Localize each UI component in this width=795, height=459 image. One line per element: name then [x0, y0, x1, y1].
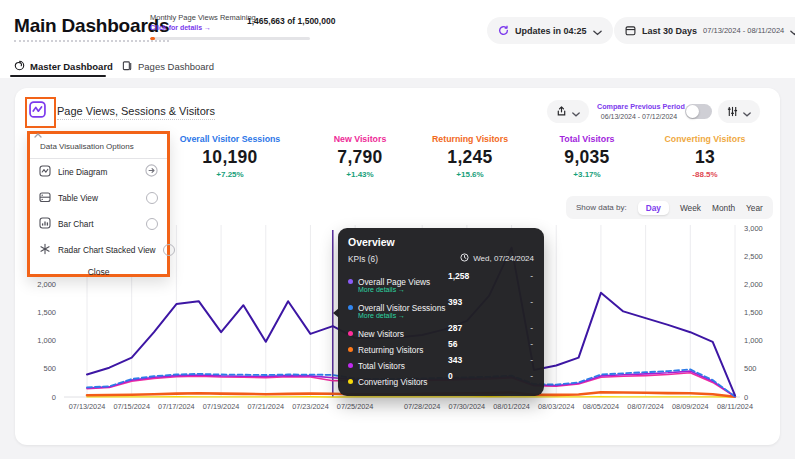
vis-options-close-button[interactable]: Close: [30, 267, 167, 277]
kpi-delta: +1.43%: [298, 170, 422, 179]
kpi-delta: -88.5%: [643, 170, 767, 179]
vis-options-title: Data Visualisation Options: [40, 142, 157, 151]
time-tab-day[interactable]: Day: [638, 201, 669, 215]
tooltip-kpi-name: New Visitors: [358, 329, 404, 339]
tooltip-row: Returning Visitors56-: [348, 339, 534, 352]
kpi-dot: [348, 379, 353, 384]
monthly-views-progress-fill: [150, 37, 155, 40]
kpi-new-visitors: New Visitors7,790+1.43%: [298, 134, 422, 179]
tooltip-row: Overall Visitor Sessions393-: [348, 297, 534, 310]
arrow-right-circle-icon[interactable]: [145, 163, 158, 181]
tab-pages-dashboard[interactable]: Pages Dashboard: [122, 57, 214, 75]
chevron-up-icon: [34, 124, 42, 142]
kpi-value: 10,190: [168, 147, 292, 168]
column-settings-button[interactable]: [718, 100, 760, 123]
y-axis-label-right: 2,500: [744, 252, 778, 261]
kpi-value: 1,245: [408, 147, 532, 168]
y-axis-label-right: 2,000: [744, 280, 778, 289]
chevron-down-icon: [790, 22, 795, 40]
tab-label: Pages Dashboard: [138, 61, 214, 72]
export-button[interactable]: [547, 100, 589, 123]
calendar-icon: [625, 22, 636, 40]
compare-range: 06/13/2024 - 07/12/2024: [597, 113, 681, 120]
y-axis-label-right: 3,000: [744, 224, 778, 233]
tooltip-kpi-compare-placeholder: -: [530, 297, 533, 307]
kpi-dot: [348, 363, 353, 368]
more-details-link[interactable]: More details →: [358, 286, 534, 293]
vis-option-label: Line Diagram: [58, 167, 138, 177]
kpi-overall-visitor-sessions: Overall Visitor Sessions10,190+7.25%: [168, 134, 292, 179]
kpi-value: 7,790: [298, 147, 422, 168]
kpi-label: Overall Visitor Sessions: [168, 134, 292, 144]
radar-chart-icon: [39, 241, 51, 259]
chevron-down-icon: [743, 103, 751, 121]
vis-option-line-diagram[interactable]: Line Diagram: [30, 159, 167, 185]
kpi-label: Converting Visitors: [643, 134, 767, 144]
kpi-tooltip: Overview KPIs (6) Wed, 07/24/2024 Overal…: [338, 228, 544, 396]
radio-button[interactable]: [146, 218, 158, 230]
y-axis-label-right: 0: [744, 393, 778, 402]
line-chart-icon: [29, 104, 46, 121]
date-range-label: Last 30 Days: [642, 26, 697, 36]
time-tab-month[interactable]: Month: [712, 203, 735, 213]
time-tab-year[interactable]: Year: [746, 203, 763, 213]
kpi-dot: [348, 347, 353, 352]
kpi-delta: +3.17%: [525, 170, 649, 179]
sliders-icon: [727, 103, 738, 121]
x-axis-label: 07/25/2024: [327, 402, 383, 411]
tooltip-row: Total Visitors343-: [348, 355, 534, 368]
kpi-dot: [348, 331, 353, 336]
vis-option-bar-chart[interactable]: Bar Chart: [30, 211, 167, 237]
tooltip-kpi-name: Converting Visitors: [358, 377, 427, 387]
tab-master-dashboard[interactable]: Master Dashboard: [14, 57, 113, 75]
tooltip-kpi-value: 1,258: [448, 271, 469, 281]
updates-button[interactable]: Updates in 04:25: [487, 17, 613, 44]
y-axis-label-right: 1,500: [744, 308, 778, 317]
tooltip-date-text: Wed, 07/24/2024: [473, 254, 534, 263]
compare-previous-period: Compare Previous Period 06/13/2024 - 07/…: [597, 102, 681, 120]
chart-type-button[interactable]: [29, 101, 49, 121]
kpi-total-visitors: Total Visitors9,035+3.17%: [525, 134, 649, 179]
y-axis-label-left: 2,000: [22, 280, 56, 289]
kpi-returning-visitors: Returning Visitors1,245+15.6%: [408, 134, 532, 179]
chevron-down-icon: [593, 22, 602, 40]
kpi-dot: [348, 279, 353, 284]
tab-label: Master Dashboard: [30, 61, 113, 72]
more-details-link[interactable]: More details →: [358, 312, 534, 319]
active-tab-underline: [10, 75, 106, 77]
vis-option-table-view[interactable]: Table View: [30, 185, 167, 211]
kpi-delta: +15.6%: [408, 170, 532, 179]
radio-button[interactable]: [163, 244, 175, 256]
kpi-value: 13: [643, 147, 767, 168]
compare-toggle[interactable]: [685, 104, 712, 119]
kpi-label: New Visitors: [298, 134, 422, 144]
tooltip-kpi-name: Total Visitors: [358, 361, 405, 371]
card-title: Page Views, Sessions & Visitors: [57, 105, 215, 120]
y-axis-label-right: 1,000: [744, 336, 778, 345]
kpi-label: Total Visitors: [525, 134, 649, 144]
time-tab-week[interactable]: Week: [680, 203, 701, 213]
tooltip-kpi-count: KPIs (6): [348, 254, 378, 264]
show-data-by-control: Show data by: DayWeekMonthYear: [566, 196, 773, 219]
monthly-views-progress-bar: [150, 37, 310, 40]
pages-dashboard-icon: [122, 57, 133, 75]
date-range-button[interactable]: Last 30 Days 07/13/2024 - 08/11/2024: [614, 17, 795, 44]
y-axis-label-right: 500: [744, 364, 778, 373]
tooltip-date: Wed, 07/24/2024: [460, 253, 534, 264]
tooltip-kpi-compare-placeholder: -: [530, 323, 533, 333]
tooltip-kpi-compare-placeholder: -: [530, 339, 533, 349]
tooltip-kpi-value: 56: [448, 339, 457, 349]
chevron-down-icon: [572, 103, 580, 121]
tooltip-kpi-compare-placeholder: -: [530, 371, 533, 381]
toggle-knob: [686, 105, 699, 118]
vis-option-label: Table View: [58, 193, 139, 203]
tooltip-kpi-name: Overall Visitor Sessions: [358, 303, 445, 313]
table-view-icon: [39, 189, 51, 207]
line-diagram-icon: [39, 163, 51, 181]
vis-option-radar-chart[interactable]: Radar Chart Stacked View: [30, 237, 167, 263]
monthly-views-details-link[interactable]: Click for details →: [150, 24, 211, 31]
bar-chart-icon: [39, 215, 51, 233]
radio-button[interactable]: [146, 192, 158, 204]
compare-label: Compare Previous Period: [597, 102, 681, 111]
master-dashboard-icon: [14, 57, 25, 75]
